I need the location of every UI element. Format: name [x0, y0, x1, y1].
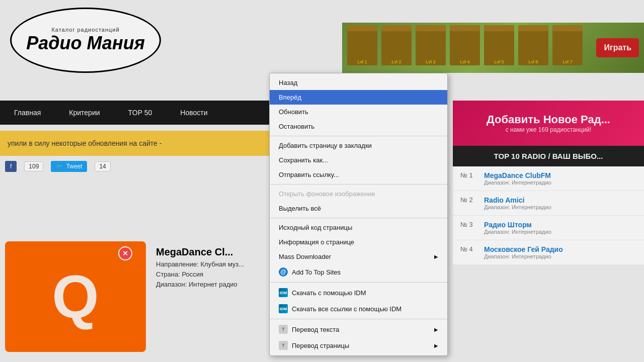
menu-label-back: Назад	[279, 79, 297, 86]
menu-item-page-info[interactable]: Информация о странице	[270, 235, 447, 249]
menu-item-add-top-sites[interactable]: @ Add To Top Sites	[270, 264, 447, 280]
menu-label-bookmark: Добавить страницу в закладки	[279, 142, 372, 149]
menu-item-translate-page[interactable]: T Перевод страницы ▶	[270, 337, 447, 353]
idm-icon-img-2: IDM	[279, 304, 288, 313]
idm-download-icon: IDM	[279, 288, 288, 297]
menu-item-page-source[interactable]: Исходный код страницы	[270, 220, 447, 235]
menu-item-idm-download-all[interactable]: IDM Скачать все ссылки с помощью IDM	[270, 301, 447, 317]
menu-item-select-all[interactable]: Выделить всё	[270, 201, 447, 216]
context-menu: Назад Вперёд Обновить Остановить Добавит…	[269, 73, 448, 356]
add-top-sites-icon: @	[279, 267, 288, 277]
menu-label-stop: Остановить	[279, 123, 314, 130]
menu-item-back[interactable]: Назад	[270, 75, 447, 90]
menu-label-forward: Вперёд	[279, 94, 301, 101]
menu-label-refresh: Обновить	[279, 108, 308, 116]
submenu-arrow-translate-text: ▶	[434, 327, 438, 332]
menu-item-save[interactable]: Сохранить как...	[270, 153, 447, 167]
menu-item-stop[interactable]: Остановить	[270, 119, 447, 134]
add-circle-icon: @	[279, 267, 288, 277]
menu-label-select-all: Выделить всё	[279, 205, 321, 212]
menu-label-send-link: Отправить ссылку...	[279, 171, 339, 178]
submenu-arrow-translate-page: ▶	[434, 343, 438, 348]
menu-label-save: Сохранить как...	[279, 156, 328, 164]
menu-item-bg-image: Открыть фоновое изображение	[270, 187, 447, 201]
menu-label-add-top-sites: Add To Top Sites	[292, 268, 341, 276]
menu-label-bg-image: Открыть фоновое изображение	[279, 190, 375, 198]
menu-item-bookmark[interactable]: Добавить страницу в закладки	[270, 138, 447, 153]
menu-label-page-source: Исходный код страницы	[279, 224, 352, 231]
translate-text-icon: T	[279, 325, 288, 334]
idm-download-all-icon: IDM	[279, 304, 288, 313]
menu-item-forward[interactable]: Вперёд	[270, 90, 447, 105]
idm-icon-img: IDM	[279, 288, 288, 297]
menu-label-idm-download-all: Скачать все ссылки с помощью IDM	[292, 305, 401, 313]
translate-page-icon: T	[279, 341, 288, 350]
menu-divider-3	[270, 218, 447, 218]
submenu-arrow-mass: ▶	[434, 254, 438, 259]
menu-label-mass-downloader: Mass Downloader	[279, 253, 331, 260]
translate-icon-img: T	[279, 325, 288, 334]
menu-divider-5	[270, 319, 447, 319]
menu-label-idm-download: Скачать с помощью IDM	[292, 289, 366, 297]
menu-item-refresh[interactable]: Обновить	[270, 105, 447, 119]
menu-divider-4	[270, 282, 447, 283]
menu-item-send-link[interactable]: Отправить ссылку...	[270, 167, 447, 182]
menu-divider-1	[270, 136, 447, 136]
translate-icon-img-2: T	[279, 341, 288, 350]
menu-label-translate-page: Перевод страницы	[292, 342, 349, 349]
menu-label-translate-text: Перевод текста	[292, 326, 339, 333]
menu-item-idm-download[interactable]: IDM Скачать с помощью IDM	[270, 285, 447, 301]
menu-item-translate-text[interactable]: T Перевод текста ▶	[270, 321, 447, 337]
menu-item-mass-downloader[interactable]: Mass Downloader ▶	[270, 249, 447, 264]
menu-divider-2	[270, 184, 447, 185]
menu-label-page-info: Информация о странице	[279, 238, 354, 246]
